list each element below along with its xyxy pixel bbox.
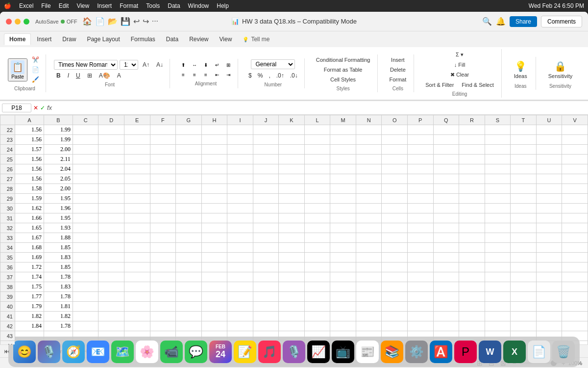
dock-music[interactable]: 🎵 bbox=[258, 341, 281, 363]
cell-empty-24-16[interactable] bbox=[485, 145, 511, 155]
cell-empty-41-1[interactable] bbox=[98, 312, 124, 321]
cell-empty-32-14[interactable] bbox=[433, 223, 459, 233]
cell-B30[interactable]: 1.96 bbox=[44, 204, 73, 213]
row-number-29[interactable]: 29 bbox=[0, 194, 15, 204]
cell-empty-23-14[interactable] bbox=[433, 135, 459, 145]
cell-empty-37-19[interactable] bbox=[562, 272, 588, 282]
cell-empty-38-1[interactable] bbox=[98, 282, 124, 292]
cell-empty-30-17[interactable] bbox=[511, 204, 537, 213]
cell-empty-41-4[interactable] bbox=[176, 312, 202, 321]
cell-empty-35-2[interactable] bbox=[124, 253, 150, 263]
cell-empty-40-15[interactable] bbox=[459, 302, 485, 312]
tab-insert[interactable]: Insert bbox=[32, 34, 56, 45]
tab-tellme[interactable]: 💡 Tell me bbox=[238, 34, 274, 45]
cell-empty-32-18[interactable] bbox=[536, 223, 562, 233]
cell-empty-29-0[interactable] bbox=[73, 194, 98, 204]
dock-skim[interactable]: 📄 bbox=[528, 341, 550, 363]
cell-empty-33-19[interactable] bbox=[562, 233, 588, 243]
cell-empty-26-8[interactable] bbox=[279, 164, 305, 174]
cell-empty-25-19[interactable] bbox=[562, 155, 588, 164]
cell-empty-24-14[interactable] bbox=[433, 145, 459, 155]
cell-empty-38-4[interactable] bbox=[176, 282, 202, 292]
cell-A38[interactable]: 1.75 bbox=[15, 282, 44, 292]
cell-empty-26-13[interactable] bbox=[407, 164, 433, 174]
cell-A30[interactable]: 1.62 bbox=[15, 204, 44, 213]
comma-button[interactable]: , bbox=[266, 71, 272, 80]
cell-empty-39-3[interactable] bbox=[150, 292, 176, 302]
cell-empty-38-2[interactable] bbox=[124, 282, 150, 292]
cell-empty-37-12[interactable] bbox=[382, 272, 408, 282]
col-header-V[interactable]: V bbox=[562, 115, 588, 125]
cell-empty-29-12[interactable] bbox=[382, 194, 408, 204]
cell-empty-33-12[interactable] bbox=[382, 233, 408, 243]
col-header-S[interactable]: S bbox=[485, 115, 511, 125]
row-number-22[interactable]: 22 bbox=[0, 125, 15, 135]
menu-window[interactable]: Window bbox=[188, 2, 209, 9]
cell-empty-24-18[interactable] bbox=[536, 145, 562, 155]
cell-empty-33-17[interactable] bbox=[511, 233, 537, 243]
cell-empty-40-0[interactable] bbox=[73, 302, 98, 312]
tab-formulas[interactable]: Formulas bbox=[126, 34, 160, 45]
cell-empty-28-10[interactable] bbox=[330, 184, 356, 194]
cell-empty-40-4[interactable] bbox=[176, 302, 202, 312]
cell-empty-26-10[interactable] bbox=[330, 164, 356, 174]
cell-empty-24-8[interactable] bbox=[279, 145, 305, 155]
cell-empty-24-17[interactable] bbox=[511, 145, 537, 155]
dock-mail[interactable]: 📧 bbox=[87, 341, 109, 363]
cell-empty-41-18[interactable] bbox=[536, 312, 562, 321]
row-number-43[interactable]: 43 bbox=[0, 331, 15, 341]
cell-empty-41-17[interactable] bbox=[511, 312, 537, 321]
row-number-44[interactable]: 44 bbox=[0, 341, 15, 345]
cell-empty-38-11[interactable] bbox=[356, 282, 382, 292]
apple-menu[interactable]: 🍎 bbox=[4, 2, 11, 9]
undo-icon[interactable]: ↩ bbox=[133, 17, 140, 26]
dock-news[interactable]: 📰 bbox=[356, 341, 379, 363]
cell-empty-26-11[interactable] bbox=[356, 164, 382, 174]
cell-empty-25-1[interactable] bbox=[98, 155, 124, 164]
find-select-button[interactable]: Find & Select bbox=[458, 80, 497, 89]
cell-empty-36-4[interactable] bbox=[176, 263, 202, 272]
menu-insert[interactable]: Insert bbox=[97, 2, 112, 9]
cell-empty-28-12[interactable] bbox=[382, 184, 408, 194]
cell-empty-31-16[interactable] bbox=[485, 213, 511, 223]
paste-button[interactable]: 📋 Paste bbox=[8, 58, 27, 81]
dock-excel[interactable]: X bbox=[503, 341, 526, 363]
cell-empty-29-18[interactable] bbox=[536, 194, 562, 204]
cell-empty-30-19[interactable] bbox=[562, 204, 588, 213]
cell-empty-27-13[interactable] bbox=[407, 174, 433, 184]
cell-empty-36-19[interactable] bbox=[562, 263, 588, 272]
cell-empty-31-4[interactable] bbox=[176, 213, 202, 223]
col-header-T[interactable]: T bbox=[511, 115, 537, 125]
cell-empty-25-7[interactable] bbox=[253, 155, 279, 164]
cell-empty-23-13[interactable] bbox=[407, 135, 433, 145]
formula-check-button[interactable]: ✓ bbox=[40, 105, 45, 111]
row-number-27[interactable]: 27 bbox=[0, 174, 15, 184]
cell-empty-25-10[interactable] bbox=[330, 155, 356, 164]
dock-finder[interactable]: 😊 bbox=[13, 341, 36, 363]
cell-empty-33-13[interactable] bbox=[407, 233, 433, 243]
cell-empty-33-11[interactable] bbox=[356, 233, 382, 243]
cell-empty-42-9[interactable] bbox=[304, 321, 330, 331]
cell-A32[interactable]: 1.65 bbox=[15, 223, 44, 233]
cell-empty-34-12[interactable] bbox=[382, 243, 408, 253]
formula-x-button[interactable]: ✕ bbox=[33, 105, 38, 111]
sort-filter-button[interactable]: Sort & Filter bbox=[422, 80, 457, 89]
cell-empty-29-6[interactable] bbox=[227, 194, 253, 204]
cell-empty-39-4[interactable] bbox=[176, 292, 202, 302]
cell-empty-36-7[interactable] bbox=[253, 263, 279, 272]
cell-empty-33-8[interactable] bbox=[279, 233, 305, 243]
cell-empty-31-11[interactable] bbox=[356, 213, 382, 223]
align-middle-button[interactable]: ↔ bbox=[189, 60, 200, 69]
cell-empty-23-16[interactable] bbox=[485, 135, 511, 145]
cell-empty-30-2[interactable] bbox=[124, 204, 150, 213]
open-icon[interactable]: 📂 bbox=[108, 17, 118, 26]
cell-empty-39-17[interactable] bbox=[511, 292, 537, 302]
cell-empty-34-1[interactable] bbox=[98, 243, 124, 253]
cell-empty-28-11[interactable] bbox=[356, 184, 382, 194]
cell-empty-33-6[interactable] bbox=[227, 233, 253, 243]
cell-empty-30-14[interactable] bbox=[433, 204, 459, 213]
cell-empty-23-4[interactable] bbox=[176, 135, 202, 145]
cell-empty-38-15[interactable] bbox=[459, 282, 485, 292]
cell-B28[interactable]: 2.00 bbox=[44, 184, 73, 194]
cell-empty-27-14[interactable] bbox=[433, 174, 459, 184]
